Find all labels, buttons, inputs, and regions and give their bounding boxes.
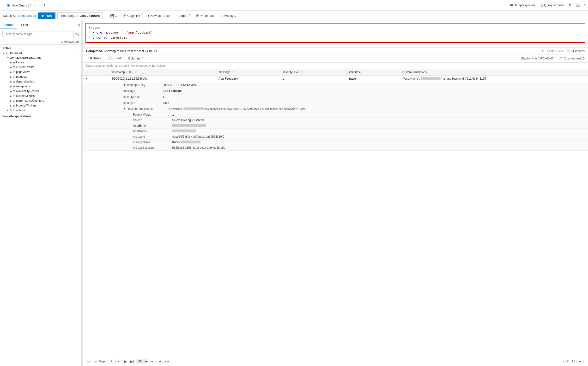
prettify-button[interactable]: ≡ Prettify...	[220, 13, 237, 18]
save-button[interactable]: 💾 ...	[109, 13, 119, 18]
query-editor[interactable]: traces | where message == "App Feedback"…	[86, 23, 585, 43]
first-page-button[interactable]: |◀	[86, 359, 92, 364]
explorer-icon: 📋	[539, 3, 543, 7]
exceptions-arrow-icon: ▶	[10, 85, 12, 88]
sub-value-msappname: Kudos	[172, 141, 200, 144]
last-page-button[interactable]: ▶|	[129, 359, 135, 364]
copy-request-id-button[interactable]: 📋 Copy request ID	[559, 57, 585, 60]
new-alert-rule-button[interactable]: + New alert rule	[146, 13, 171, 18]
message-filter-icon[interactable]: ▽	[232, 71, 234, 74]
prev-page-button[interactable]: ◀	[93, 359, 97, 364]
table-icon-2: ⊞	[13, 66, 15, 69]
section-active: Active	[0, 45, 81, 51]
sample-queries-button[interactable]: ⊞ Sample queries	[510, 3, 535, 7]
detail-row-itemtype: itemType trace	[83, 100, 588, 106]
export-button[interactable]: → Export ˅	[173, 13, 192, 18]
table-icon-6: ⊞	[13, 85, 15, 88]
query-explorer-button[interactable]: 📋 Query explorer	[539, 3, 565, 7]
collapse-all-icon: ⊟	[61, 40, 63, 43]
tab-tables[interactable]: Tables	[0, 21, 17, 29]
itemtype-filter-icon[interactable]: ▽	[362, 71, 364, 74]
copy-link-chevron-icon: ˅	[141, 14, 143, 17]
table-row: ▼ 3/10/2020, 11:51:55.366 AM App Feedbac…	[83, 76, 588, 82]
tab-chart[interactable]: 📊 Chart	[105, 54, 124, 62]
sidebar-item-kudos-ai[interactable]: ▼ ◎ Kudos-AI ☆	[0, 51, 81, 56]
more-options-button[interactable]: ˅	[584, 4, 585, 7]
sub-row-msappid: ms-appId 4aee54f2-f8fb-4a82-bbd3-aa34554…	[83, 134, 588, 140]
sidebar-item-requests[interactable]: ▶ ⊞ requests	[0, 74, 81, 79]
columns-chevron-icon: ˅	[141, 57, 143, 60]
copy-icon: 📋	[559, 57, 563, 60]
status-completed: Completed.	[86, 49, 103, 53]
fx-icon: fx	[10, 109, 12, 112]
next-page-button[interactable]: ▶	[123, 359, 128, 364]
custommetrics-arrow-icon: ▶	[10, 95, 12, 97]
add-tab-button[interactable]: +	[41, 2, 48, 9]
close-tab-icon[interactable]: ✕	[33, 4, 36, 7]
display-time-label: Display time (UTC+00:00)	[521, 57, 554, 60]
query-tab[interactable]: 🔷 New Query 1* ✕	[3, 2, 39, 9]
sub-value-screen: Select Colleague Screen	[172, 118, 204, 122]
pagination-bar: |◀ ◀ Page of 1 ▶ ▶| 50 100 200 items per…	[83, 357, 588, 366]
order-by-keyword: order by	[93, 36, 108, 40]
detail-row-severity: severityLevel 1	[83, 94, 588, 100]
sidebar-item-customevents[interactable]: ▶ ⊞ customEvents	[0, 65, 81, 69]
workspace-label: Kudos-AI	[10, 52, 22, 55]
sidebar-item-pageviews[interactable]: ▶ ⊞ pageViews	[0, 69, 81, 74]
copy-link-button[interactable]: 🔗 Copy link ˅	[121, 13, 144, 18]
sub-row-msappsessionid: ms-appSessionId 512f6c64-3165-43b8-bcaa-…	[83, 145, 588, 151]
settings-button[interactable]: ⚙	[569, 3, 572, 8]
chevron-down-icon: ˅	[584, 4, 585, 7]
items-per-page: 50 100 200 items per page	[136, 359, 169, 364]
collapse-all-bar[interactable]: ⊟ Collapse all	[0, 39, 81, 45]
table-icon-5: ⊞	[13, 80, 15, 83]
row-expand-cell[interactable]: ▼	[83, 76, 109, 82]
sidebar-item-exceptions[interactable]: ▶ ⊞ exceptions	[0, 84, 81, 89]
page-number-input[interactable]	[107, 359, 116, 364]
sidebar-item-custommetrics[interactable]: ▶ ⊞ customMetrics	[0, 93, 81, 98]
sidebar-item-functions[interactable]: ▶ fx Functions	[0, 108, 81, 113]
sub-label-feedbackvalue: FeebackValue	[133, 113, 172, 116]
severity-filter-icon[interactable]: ▽	[301, 71, 303, 74]
time-range-value: Last 24 hours	[79, 14, 100, 17]
select-scope-button[interactable]: Select Scope	[17, 14, 36, 17]
page-controls: |◀ ◀ Page of 1 ▶ ▶| 50 100 200 items per…	[86, 359, 169, 364]
sidebar-item-availabilityresults[interactable]: ▶ ⊞ availabilityResults	[0, 89, 81, 93]
username-blurred	[421, 77, 440, 80]
detail-value-severity: 1	[163, 95, 164, 99]
results-meta: ⏱ 00:00:01.883 📄 31 records	[542, 49, 585, 53]
display-time-button[interactable]: Display time (UTC+00:00) ˅	[521, 57, 557, 60]
second-bar: Kudos-AI Select Scope ▶ Run Time range :…	[0, 11, 588, 21]
columns-button[interactable]: Columns ˅	[127, 56, 145, 61]
sidebar-item-traces[interactable]: ▶ ⊞ traces	[0, 60, 81, 65]
results-table-wrap: Drag a column header and drop it here to…	[83, 63, 588, 357]
docs-button[interactable]: 📖	[575, 3, 580, 8]
pin-to-dashboard-button[interactable]: 📌 Pin to das...	[194, 13, 218, 18]
useremail-blurred	[172, 124, 206, 127]
time-range-button[interactable]: Time range : Last 24 hours	[57, 13, 103, 19]
dependencies-label: dependencies	[16, 80, 34, 83]
items-per-page-select[interactable]: 50 100 200	[136, 359, 148, 364]
username-blurred-2	[172, 130, 196, 132]
sidebar-item-app-insights[interactable]: ▼ APPLICATION INSIGHTS	[0, 56, 81, 60]
tab-filter[interactable]: Filter	[17, 21, 32, 29]
star-icon[interactable]: ☆	[76, 52, 79, 55]
sidebar-item-dependencies[interactable]: ▶ ⊞ dependencies	[0, 79, 81, 84]
custom-dim-expand-icon[interactable]: ▼	[123, 107, 126, 110]
timestamp-filter-icon[interactable]: ▽	[135, 71, 137, 74]
exceptions-label: exceptions	[16, 85, 30, 88]
sidebar-item-performancecounters[interactable]: ▶ ⊞ performanceCounters	[0, 98, 81, 103]
perfcounters-label: performanceCounters	[16, 99, 44, 102]
query-collapse-button[interactable]: ⌃	[582, 43, 585, 47]
row-expand-icon[interactable]: ▼	[85, 77, 88, 80]
tab-table[interactable]: ⊞ Table	[86, 54, 105, 62]
copy-request-id-label: Copy request ID	[564, 57, 585, 60]
sidebar-collapse-icon[interactable]: ◁	[77, 23, 79, 27]
filter-input[interactable]	[2, 31, 74, 37]
run-button[interactable]: ▶ Run	[38, 13, 55, 19]
query-editor-wrap: traces | where message == "App Feedback"…	[83, 21, 588, 48]
pipe-icon-1: |	[89, 30, 91, 36]
of-label: of 1	[117, 360, 122, 363]
sidebar-item-browsertimings[interactable]: ▶ ⊞ browserTimings	[0, 103, 81, 108]
records-meta: 📄 31 records	[566, 49, 585, 53]
